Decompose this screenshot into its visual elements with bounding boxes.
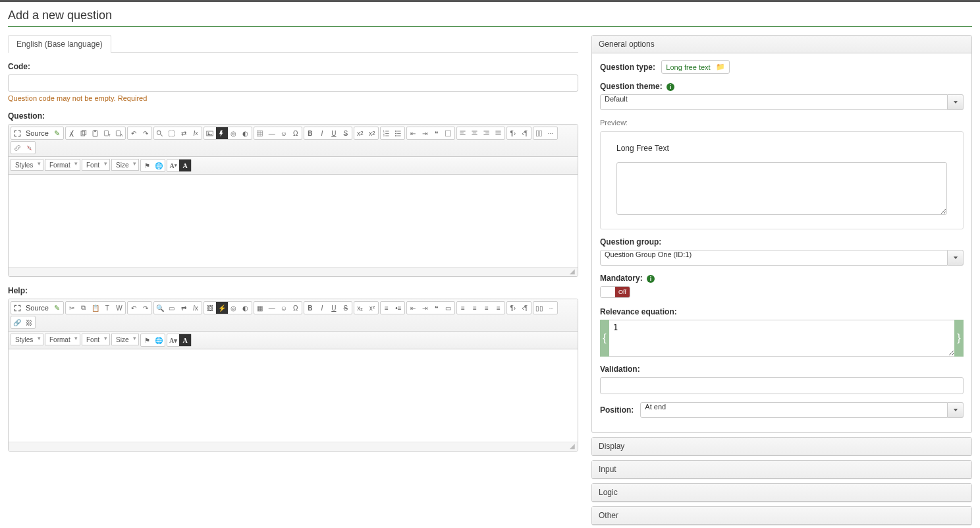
globe-icon[interactable]: 🌐 [153,334,165,346]
help-editor-resize[interactable]: ◢ [9,442,578,451]
bgcolor-icon[interactable]: A [179,334,191,346]
outdent-icon[interactable]: ⇤ [407,127,419,139]
showblocks-icon[interactable]: ▯▯ [533,302,545,314]
bold-icon[interactable]: B [304,127,316,139]
redo-icon[interactable]: ↷ [140,127,151,139]
bulletlist-icon[interactable] [393,127,404,139]
italic-icon[interactable]: I [316,302,328,314]
font-select[interactable]: Font [82,334,110,345]
find-icon[interactable]: 🔍 [154,302,166,314]
edit-source-icon[interactable]: ✎ [51,127,63,139]
indent-icon[interactable]: ⇥ [419,302,431,314]
cut-icon[interactable] [66,127,78,139]
maximize-icon[interactable] [11,127,23,139]
position-select[interactable]: At end [640,402,948,418]
accordion-other[interactable]: Other [592,507,971,525]
blockquote-icon[interactable]: ❝ [431,127,443,139]
removeformat-icon[interactable]: Ix [190,302,202,314]
link-icon[interactable] [11,142,23,154]
validation-input[interactable] [600,377,964,394]
question-editor-resize[interactable]: ◢ [9,267,578,276]
anchor-icon[interactable]: ⚑ [141,334,153,346]
accordion-logic[interactable]: Logic [592,484,971,502]
align-right-icon[interactable] [481,127,493,139]
help-editor-body[interactable] [9,349,578,442]
chevron-down-icon[interactable] [948,94,964,110]
help-icon[interactable]: i [647,275,655,283]
unlink-icon[interactable] [23,142,35,154]
code-input[interactable] [8,74,578,92]
replace-icon[interactable]: ⇄ [178,302,190,314]
size-select[interactable]: Size [111,159,139,171]
styles-select[interactable]: Styles [11,159,43,171]
specialchar-icon[interactable]: Ω [290,302,302,314]
copy-icon[interactable] [78,127,90,139]
embed-icon[interactable]: ◎ [228,302,240,314]
copy-icon[interactable]: ⧉ [78,302,90,314]
selectall-icon[interactable] [166,127,178,139]
blockquote-icon[interactable]: ❝ [431,302,443,314]
bulletlist-icon[interactable]: •≡ [393,302,404,314]
indent-icon[interactable]: ⇥ [419,127,431,139]
undo-icon[interactable]: ↶ [128,127,140,139]
paste-text-icon[interactable]: T [101,302,113,314]
ltr-icon[interactable]: ¶› [507,127,519,139]
format-select[interactable]: Format [45,334,80,345]
specialchar-icon[interactable]: Ω [290,127,302,139]
link-icon[interactable]: 🔗 [11,316,23,328]
rtl-icon[interactable]: ‹¶ [519,127,531,139]
align-left-icon[interactable]: ≡ [457,302,469,314]
selectall-icon[interactable]: ▭ [166,302,178,314]
strike-icon[interactable]: S [340,127,352,139]
find-icon[interactable] [154,127,166,139]
accordion-display[interactable]: Display [592,438,971,455]
image-icon[interactable] [204,127,216,139]
textcolor-icon[interactable]: A▾ [167,334,179,346]
image-icon[interactable]: 🖼 [204,302,216,314]
hr-icon[interactable]: — [266,127,278,139]
align-right-icon[interactable]: ≡ [481,302,493,314]
edit-source-icon[interactable]: ✎ [51,302,63,314]
strike-icon[interactable]: S [340,302,352,314]
superscript-icon[interactable]: x2 [366,127,378,139]
align-justify-icon[interactable]: ≡ [493,302,504,314]
chevron-down-icon[interactable] [948,402,964,418]
accordion-input[interactable]: Input [592,461,971,479]
styles-select[interactable]: Styles [11,334,43,345]
font-select[interactable]: Font [82,159,110,171]
hr-icon[interactable]: — [266,302,278,314]
help-icon[interactable]: i [667,83,674,91]
bold-icon[interactable]: B [304,302,316,314]
flash-icon[interactable]: ⚡ [216,302,228,314]
align-center-icon[interactable] [469,127,481,139]
subscript-icon[interactable]: x₂ [354,302,366,314]
mandatory-toggle[interactable]: Off [600,286,630,298]
size-select[interactable]: Size [111,334,139,345]
table-icon[interactable] [254,127,266,139]
numberedlist-icon[interactable]: ≡ [381,302,393,314]
flash-icon[interactable] [216,127,228,139]
align-left-icon[interactable] [457,127,469,139]
paste-word-icon[interactable]: W [113,127,125,139]
removeformat-icon[interactable]: Ix [190,127,202,139]
question-theme-select[interactable]: Default [600,94,948,110]
outdent-icon[interactable]: ⇤ [407,302,419,314]
iframe-icon[interactable]: ◐ [240,302,252,314]
format-select[interactable]: Format [45,159,80,171]
align-justify-icon[interactable] [493,127,504,139]
bgcolor-icon[interactable]: A [179,160,191,171]
smiley-icon[interactable]: ☺ [278,302,290,314]
div-icon[interactable]: ▭ [443,302,454,314]
unlink-icon[interactable]: ⛓ [23,316,35,328]
table-icon[interactable]: ▦ [254,302,266,314]
globe-icon[interactable]: 🌐 [153,160,165,171]
underline-icon[interactable]: U [328,127,340,139]
accordion-general-options[interactable]: General options [592,36,971,53]
textcolor-icon[interactable]: A▾ [167,160,179,171]
subscript-icon[interactable]: x2 [354,127,366,139]
numberedlist-icon[interactable]: 123 [381,127,393,139]
iframe-icon[interactable]: ◐ [240,127,252,139]
preview-textarea[interactable] [616,162,947,215]
source-button[interactable]: Source [23,127,51,139]
cut-icon[interactable]: ✂ [66,302,78,314]
